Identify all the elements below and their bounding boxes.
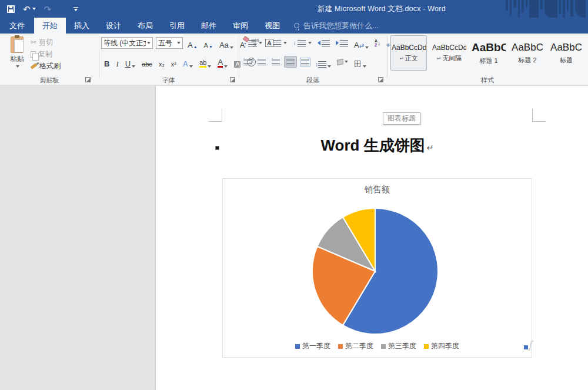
undo-dropdown-icon[interactable] [32,8,36,10]
group-separator [99,36,99,78]
tab-references[interactable]: 引用 [161,18,193,34]
decrease-indent-button[interactable] [316,37,332,49]
tab-insert[interactable]: 插入 [66,18,98,34]
strikethrough-button[interactable]: abc [140,56,154,68]
bullets-button[interactable]: • [242,37,264,49]
legend-item[interactable]: 第一季度 [295,341,330,351]
distribute-icon [301,59,309,65]
character-shading-button[interactable]: A [232,56,242,68]
sort-button[interactable]: AZ↓ [373,37,382,49]
style-preview: AaBbC [472,41,506,54]
shading-button[interactable] [335,56,350,68]
multilevel-list-button[interactable]: ⁝ [291,37,313,49]
style-mark-icon: ↵ [437,55,442,61]
tab-view[interactable]: 视图 [256,18,288,34]
legend-swatch-icon [424,344,429,349]
format-painter-icon [31,63,38,69]
style-normal[interactable]: AaBbCcDd ↵正文 [390,35,427,71]
borders-button[interactable]: 田 [352,56,368,68]
cut-button[interactable]: ✂ 剪切 [31,38,61,47]
font-size-combo[interactable]: 五号 [156,37,183,49]
text-effects-icon: A [183,60,188,68]
grow-font-icon: A [188,41,193,49]
customize-qat-button[interactable] [74,7,78,11]
increase-indent-button[interactable] [334,37,350,49]
style-title[interactable]: AaBbC 标题 [548,35,584,71]
superscript-button[interactable]: x² [169,56,178,68]
document-heading[interactable]: Word 生成饼图↵ [222,135,532,156]
style-name: 标题 1 [479,56,497,65]
save-icon[interactable] [7,5,15,13]
chart-title[interactable]: 销售额 [223,184,532,195]
style-heading2[interactable]: AaBbC 标题 2 [509,35,546,71]
font-size-value: 五号 [158,38,172,48]
scissors-icon: ✂ [31,38,36,46]
bold-button[interactable]: B [102,56,111,68]
style-heading1[interactable]: AaBbC 标题 1 [470,35,507,71]
highlight-icon: ab [199,59,206,68]
text-effects-button[interactable]: A [181,56,195,68]
cut-label: 剪切 [39,38,53,48]
asian-layout-caret-icon [365,46,369,49]
text-effects-caret-icon [189,65,193,68]
tab-mailings[interactable]: 邮件 [193,18,225,34]
change-case-button[interactable]: Aa [218,37,235,49]
tab-home[interactable]: 开始 [34,18,66,34]
align-right-button[interactable] [270,56,282,68]
styles-group-label: 样式 [387,76,588,85]
highlight-button[interactable]: ab [198,56,213,68]
font-dialog-launcher-icon[interactable] [230,77,235,82]
undo-button[interactable]: ↶ [23,5,36,14]
style-preview: AaBbCcDd [432,44,466,52]
distribute-button[interactable] [299,56,311,68]
clipboard-icon [11,36,24,53]
paragraph-dialog-launcher-icon[interactable] [378,77,383,82]
paste-dropdown-icon[interactable] [16,65,19,68]
borders-caret-icon [363,65,366,68]
line-spacing-lines-icon [318,61,326,68]
clipboard-dialog-launcher-icon[interactable] [85,77,91,82]
legend-item[interactable]: 第二季度 [338,341,373,351]
chart-legend: 第一季度第二季度第三季度第四季度 [223,341,532,351]
subscript-button[interactable]: x₂ [157,56,166,68]
italic-button[interactable]: I [114,56,120,68]
pie-chart[interactable] [308,204,443,339]
paste-button[interactable]: 粘贴 [5,36,29,75]
line-spacing-button[interactable]: ↕ [313,56,333,68]
margin-crop-mark-left-icon [209,109,222,122]
tab-file[interactable]: 文件 [0,18,34,34]
numbering-lines-icon [273,40,281,46]
asian-layout-button[interactable]: A⇄ [352,37,370,49]
style-no-spacing[interactable]: AaBbCcDd ↵无间隔 [431,35,467,71]
font-color-caret-icon [224,65,228,68]
shrink-font-button[interactable]: A▼ [202,37,215,49]
align-center-button[interactable] [256,56,268,68]
font-group-label: 字体 [99,76,239,85]
copy-button[interactable]: 复制 [31,49,61,59]
justify-button[interactable] [284,56,297,68]
pie-chart-object[interactable]: 销售额 第一季度第二季度第三季度第四季度 ʃ [222,178,532,358]
numbering-button[interactable]: 1 [266,37,289,49]
align-left-button[interactable] [242,56,253,68]
tab-review[interactable]: 审阅 [225,18,256,34]
underline-button[interactable]: U [123,56,137,68]
asian-layout-arrows-icon: ⇄ [359,43,364,49]
tell-me-box[interactable]: 告诉我您想要做什么... [294,18,379,34]
bullets-caret-icon [259,42,262,44]
legend-item[interactable]: 第三季度 [381,341,416,351]
format-painter-button[interactable]: 格式刷 [31,61,61,71]
document-page[interactable]: 图表标题 Word 生成饼图↵ 销售额 第一季度第二季度第三季度第四季度 ʃ [156,86,588,390]
font-name-value: 等线 (中文正文 [103,38,146,48]
font-name-combo[interactable]: 等线 (中文正文 [101,37,153,49]
legend-label: 第二季度 [345,341,373,351]
tell-me-label: 告诉我您想要做什么... [303,21,379,31]
borders-icon: 田 [354,60,362,68]
grow-font-button[interactable]: A▲ [186,37,199,49]
bullets-icon: • [243,41,247,46]
bullet-square [215,146,219,150]
font-color-button[interactable]: A [216,56,229,68]
legend-item[interactable]: 第四季度 [424,341,459,351]
tab-design[interactable]: 设计 [98,18,129,34]
multilevel-lines-icon [298,40,306,46]
tab-layout[interactable]: 布局 [129,18,161,34]
